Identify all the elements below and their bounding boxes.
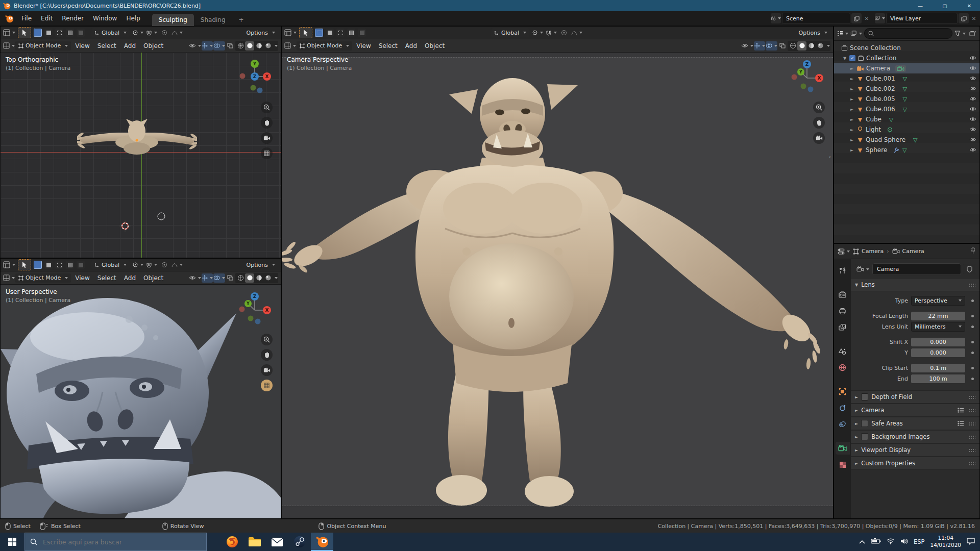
- panel-safe-areas[interactable]: ► Safe Areas: [851, 417, 979, 430]
- panel-grip-icon[interactable]: [968, 395, 975, 399]
- camera-view-icon[interactable]: [261, 132, 273, 144]
- visibility-eye-icon[interactable]: [969, 126, 976, 133]
- panel-custom-properties[interactable]: ► Custom Properties: [851, 457, 979, 470]
- panel-grip-icon[interactable]: [968, 409, 975, 412]
- outliner-row-scene-collection[interactable]: Scene Collection: [834, 43, 979, 53]
- pan-hand-icon[interactable]: [261, 349, 273, 361]
- xray-toggle-icon[interactable]: [778, 41, 787, 51]
- datablock-name-input[interactable]: [872, 263, 961, 275]
- camera-data-icon[interactable]: [895, 65, 906, 72]
- options-dropdown[interactable]: Options: [243, 28, 278, 37]
- overlays-toggle-icon[interactable]: [213, 273, 225, 283]
- mode-dropdown[interactable]: Object Mode: [297, 41, 352, 51]
- falloff-curve-icon[interactable]: [571, 28, 582, 37]
- options-dropdown[interactable]: Options: [796, 28, 830, 37]
- focal-length-field[interactable]: 22 mm: [911, 312, 965, 320]
- action-center-icon[interactable]: [967, 538, 975, 546]
- falloff-curve-icon[interactable]: [172, 28, 183, 37]
- navigation-gizmo[interactable]: Z Y X: [787, 57, 827, 96]
- display-mode-icon[interactable]: [837, 29, 848, 38]
- tab-sculpting[interactable]: Sculpting: [152, 14, 194, 26]
- menu-select[interactable]: Select: [94, 274, 120, 282]
- outliner-row-cube006[interactable]: ► ▼ Cube.006 ▽: [834, 104, 979, 114]
- animate-dot[interactable]: [971, 352, 974, 354]
- tab-tool[interactable]: [836, 264, 850, 277]
- menu-add[interactable]: Add: [402, 42, 421, 49]
- outliner-row-sphere[interactable]: ► ▼ Sphere ▽: [834, 145, 979, 155]
- select-mode-intersect-icon[interactable]: [77, 29, 85, 37]
- select-mode-extend-icon[interactable]: [44, 29, 53, 37]
- light-data-icon[interactable]: [887, 127, 893, 133]
- shading-solid-icon[interactable]: [797, 41, 806, 51]
- shading-solid-icon[interactable]: [245, 41, 254, 51]
- shading-material-icon[interactable]: [254, 273, 263, 283]
- breadcrumb-data[interactable]: Camera: [892, 248, 924, 255]
- view-layer-remove-icon[interactable]: ✕: [970, 16, 978, 21]
- scene-unlink-icon[interactable]: ✕: [863, 16, 871, 21]
- expand-caret-icon[interactable]: ►: [849, 148, 854, 153]
- tab-scene[interactable]: [836, 345, 850, 358]
- presets-list-icon[interactable]: [958, 421, 964, 426]
- background-images-checkbox[interactable]: [861, 433, 868, 440]
- panel-viewport-display[interactable]: ► Viewport Display: [851, 443, 979, 457]
- scene-browse-icon[interactable]: [771, 13, 781, 23]
- object-visibility-icon[interactable]: [189, 273, 201, 283]
- visibility-eye-icon[interactable]: [969, 65, 976, 72]
- collection-checkbox[interactable]: ✓: [849, 55, 855, 61]
- shading-wireframe-icon[interactable]: [236, 41, 245, 51]
- snap-magnet-icon[interactable]: [146, 28, 157, 37]
- taskbar-mail-icon[interactable]: [266, 533, 288, 551]
- orientation-dropdown[interactable]: Global: [91, 28, 130, 37]
- mesh-data-icon[interactable]: ▽: [912, 137, 919, 143]
- visibility-eye-icon[interactable]: [969, 116, 976, 123]
- outliner-row-cube005[interactable]: ► ▼ Cube.005 ▽: [834, 94, 979, 104]
- animate-dot[interactable]: [971, 367, 974, 369]
- expand-caret-icon[interactable]: ►: [849, 138, 854, 142]
- menu-edit[interactable]: Edit: [36, 13, 57, 24]
- mesh-data-icon[interactable]: ▽: [901, 96, 909, 103]
- visibility-eye-icon[interactable]: [969, 95, 976, 103]
- proportional-editing-icon[interactable]: [559, 28, 569, 37]
- select-mode-intersect-icon[interactable]: [358, 29, 366, 37]
- pivot-point-icon[interactable]: [132, 260, 143, 269]
- shading-solid-icon[interactable]: [245, 273, 254, 283]
- clip-start-field[interactable]: 0.1 m: [911, 364, 965, 372]
- zoom-icon[interactable]: [261, 334, 273, 345]
- taskbar-steam-icon[interactable]: [288, 533, 311, 551]
- xray-toggle-icon[interactable]: [226, 273, 235, 283]
- visibility-eye-icon[interactable]: [969, 55, 976, 62]
- grid-ortho-icon[interactable]: [261, 380, 273, 391]
- menu-object[interactable]: Object: [421, 42, 448, 49]
- tab-object[interactable]: [836, 385, 850, 398]
- select-mode-intersect-icon[interactable]: [77, 261, 85, 269]
- tab-texture[interactable]: [836, 458, 850, 471]
- mesh-data-icon[interactable]: ▽: [888, 116, 895, 123]
- select-mode-subtract-icon[interactable]: [55, 29, 63, 37]
- menu-view[interactable]: View: [353, 42, 374, 49]
- grid-ortho-icon[interactable]: [261, 147, 273, 159]
- start-button[interactable]: [0, 533, 24, 551]
- expand-caret-icon[interactable]: ►: [849, 66, 854, 71]
- select-mode-new-icon[interactable]: [34, 261, 42, 269]
- close-button[interactable]: ✕: [959, 0, 980, 11]
- shift-x-field[interactable]: 0.000: [911, 338, 965, 346]
- select-mode-invert-icon[interactable]: [347, 29, 355, 37]
- pivot-point-icon[interactable]: [132, 28, 143, 37]
- mode-dropdown[interactable]: Object Mode: [15, 273, 71, 283]
- select-mode-subtract-icon[interactable]: [336, 29, 345, 37]
- editor-type-icon[interactable]: [3, 28, 15, 37]
- fake-user-shield-icon[interactable]: [963, 264, 975, 274]
- snap-magnet-icon[interactable]: [546, 28, 557, 37]
- mesh-data-icon[interactable]: ▽: [901, 76, 909, 82]
- animate-dot[interactable]: [971, 378, 974, 380]
- menu-window[interactable]: Window: [88, 13, 121, 24]
- pin-icon[interactable]: [970, 247, 976, 256]
- zoom-icon[interactable]: [261, 102, 273, 113]
- outliner-row-cube002[interactable]: ► ▼ Cube.002 ▽: [834, 84, 979, 94]
- panel-background-images[interactable]: ► Background Images: [851, 430, 979, 443]
- expand-caret-icon[interactable]: ►: [849, 117, 854, 122]
- outliner-row-light[interactable]: ► Light: [834, 124, 979, 135]
- select-mode-extend-icon[interactable]: [44, 261, 53, 269]
- sidebar-toggle-icon[interactable]: ‹: [829, 154, 831, 160]
- filter-id-type-icon[interactable]: [850, 29, 862, 38]
